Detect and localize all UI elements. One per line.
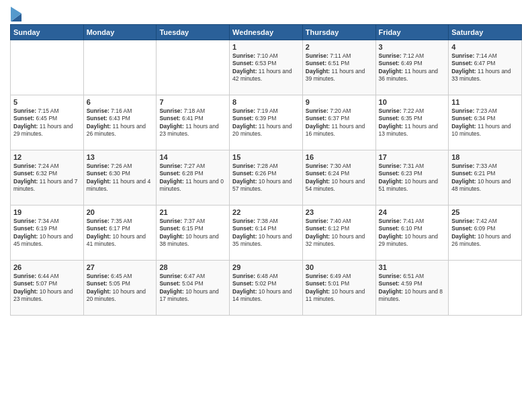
day-info: Sunrise: 7:31 AM bbox=[379, 163, 446, 170]
day-info: Daylight: 10 hours and 26 minutes. bbox=[451, 233, 519, 248]
day-info: Daylight: 11 hours and 39 minutes. bbox=[306, 68, 373, 83]
day-number: 10 bbox=[379, 98, 446, 106]
calendar-cell: 20Sunrise: 7:35 AMSunset: 6:17 PMDayligh… bbox=[83, 205, 157, 261]
calendar-cell: 13Sunrise: 7:26 AMSunset: 6:30 PMDayligh… bbox=[83, 150, 157, 205]
logo-icon bbox=[11, 7, 21, 21]
day-info: Daylight: 10 hours and 38 minutes. bbox=[159, 233, 226, 248]
day-info: Sunrise: 7:37 AM bbox=[159, 218, 226, 225]
week-row-2: 12Sunrise: 7:24 AMSunset: 6:32 PMDayligh… bbox=[11, 150, 522, 205]
calendar-cell: 22Sunrise: 7:38 AMSunset: 6:14 PMDayligh… bbox=[230, 205, 303, 261]
calendar-cell: 11Sunrise: 7:23 AMSunset: 6:34 PMDayligh… bbox=[449, 95, 522, 150]
day-info: Sunrise: 7:41 AM bbox=[379, 218, 446, 225]
day-info: Daylight: 11 hours and 26 minutes. bbox=[87, 123, 154, 138]
day-info: Sunset: 6:49 PM bbox=[379, 60, 446, 67]
day-number: 29 bbox=[232, 263, 300, 271]
day-info: Sunset: 6:09 PM bbox=[451, 225, 519, 232]
day-info: Daylight: 10 hours and 17 minutes. bbox=[159, 288, 226, 304]
day-info: Sunrise: 7:38 AM bbox=[232, 218, 300, 225]
header bbox=[10, 7, 522, 19]
calendar-cell: 8Sunrise: 7:19 AMSunset: 6:39 PMDaylight… bbox=[230, 95, 303, 150]
day-info: Sunset: 6:30 PM bbox=[87, 170, 154, 177]
day-number: 17 bbox=[379, 153, 446, 161]
day-info: Daylight: 10 hours and 57 minutes. bbox=[232, 178, 300, 193]
day-info: Daylight: 10 hours and 41 minutes. bbox=[87, 233, 154, 248]
day-number: 18 bbox=[451, 153, 519, 161]
logo bbox=[10, 7, 21, 19]
day-info: Sunrise: 7:15 AM bbox=[13, 107, 81, 115]
day-number: 2 bbox=[306, 43, 373, 51]
day-info: Daylight: 10 hours and 8 minutes. bbox=[379, 288, 446, 304]
day-info: Sunset: 6:12 PM bbox=[306, 225, 373, 232]
col-header-sunday: Sunday bbox=[11, 25, 84, 40]
day-info: Daylight: 10 hours and 35 minutes. bbox=[232, 233, 300, 248]
day-info: Sunset: 5:04 PM bbox=[159, 280, 226, 287]
calendar-cell: 16Sunrise: 7:30 AMSunset: 6:24 PMDayligh… bbox=[302, 150, 375, 205]
day-info: Daylight: 10 hours and 32 minutes. bbox=[306, 233, 373, 248]
day-info: Sunrise: 6:48 AM bbox=[232, 273, 300, 280]
day-info: Daylight: 11 hours and 29 minutes. bbox=[13, 123, 81, 138]
day-info: Sunrise: 7:30 AM bbox=[306, 163, 373, 170]
calendar-cell: 1Sunrise: 7:10 AMSunset: 6:53 PMDaylight… bbox=[230, 40, 303, 95]
day-info: Sunset: 6:21 PM bbox=[451, 170, 519, 177]
day-number: 26 bbox=[13, 263, 81, 271]
day-info: Daylight: 11 hours and 16 minutes. bbox=[306, 123, 373, 138]
day-number: 28 bbox=[159, 263, 226, 271]
day-info: Daylight: 10 hours and 11 minutes. bbox=[306, 288, 373, 304]
calendar-cell bbox=[157, 40, 230, 95]
calendar-cell: 25Sunrise: 7:42 AMSunset: 6:09 PMDayligh… bbox=[449, 205, 522, 261]
day-number: 14 bbox=[159, 153, 226, 161]
week-row-0: 1Sunrise: 7:10 AMSunset: 6:53 PMDaylight… bbox=[11, 40, 522, 95]
calendar-cell: 29Sunrise: 6:48 AMSunset: 5:02 PMDayligh… bbox=[230, 261, 303, 316]
day-info: Sunrise: 6:47 AM bbox=[159, 273, 226, 280]
day-number: 9 bbox=[306, 98, 373, 106]
day-info: Sunrise: 7:35 AM bbox=[87, 218, 154, 225]
calendar-cell: 10Sunrise: 7:22 AMSunset: 6:35 PMDayligh… bbox=[375, 95, 449, 150]
day-info: Daylight: 10 hours and 51 minutes. bbox=[379, 178, 446, 193]
day-info: Sunset: 6:10 PM bbox=[379, 225, 446, 232]
calendar-cell: 28Sunrise: 6:47 AMSunset: 5:04 PMDayligh… bbox=[157, 261, 230, 316]
day-info: Daylight: 11 hours and 23 minutes. bbox=[159, 123, 226, 138]
calendar-cell bbox=[449, 261, 522, 316]
day-info: Sunrise: 7:23 AM bbox=[451, 107, 519, 115]
day-info: Sunset: 6:37 PM bbox=[306, 115, 373, 122]
day-number: 24 bbox=[379, 208, 446, 216]
day-info: Daylight: 11 hours and 7 minutes. bbox=[13, 178, 81, 193]
day-info: Sunrise: 6:44 AM bbox=[13, 273, 81, 280]
col-header-wednesday: Wednesday bbox=[230, 25, 303, 40]
day-number: 16 bbox=[306, 153, 373, 161]
col-header-thursday: Thursday bbox=[302, 25, 375, 40]
day-info: Sunset: 6:23 PM bbox=[379, 170, 446, 177]
day-info: Daylight: 10 hours and 29 minutes. bbox=[379, 233, 446, 248]
col-header-tuesday: Tuesday bbox=[157, 25, 230, 40]
calendar-cell: 27Sunrise: 6:45 AMSunset: 5:05 PMDayligh… bbox=[83, 261, 157, 316]
calendar-cell: 31Sunrise: 6:51 AMSunset: 4:59 PMDayligh… bbox=[375, 261, 449, 316]
day-number: 20 bbox=[87, 208, 154, 216]
day-info: Sunrise: 7:19 AM bbox=[232, 107, 300, 115]
day-info: Daylight: 10 hours and 54 minutes. bbox=[306, 178, 373, 193]
day-info: Sunset: 5:05 PM bbox=[87, 280, 154, 287]
day-info: Daylight: 10 hours and 20 minutes. bbox=[87, 288, 154, 304]
day-number: 25 bbox=[451, 208, 519, 216]
day-info: Daylight: 11 hours and 33 minutes. bbox=[451, 68, 519, 83]
calendar-cell: 30Sunrise: 6:49 AMSunset: 5:01 PMDayligh… bbox=[302, 261, 375, 316]
day-info: Sunrise: 7:33 AM bbox=[451, 163, 519, 170]
day-info: Sunrise: 7:24 AM bbox=[13, 163, 81, 170]
day-info: Sunrise: 7:14 AM bbox=[451, 52, 519, 60]
day-info: Daylight: 11 hours and 4 minutes. bbox=[87, 178, 154, 193]
day-info: Sunrise: 7:34 AM bbox=[13, 218, 81, 225]
calendar-cell: 18Sunrise: 7:33 AMSunset: 6:21 PMDayligh… bbox=[449, 150, 522, 205]
calendar-cell: 21Sunrise: 7:37 AMSunset: 6:15 PMDayligh… bbox=[157, 205, 230, 261]
calendar-cell: 15Sunrise: 7:28 AMSunset: 6:26 PMDayligh… bbox=[230, 150, 303, 205]
day-number: 7 bbox=[159, 98, 226, 106]
day-info: Sunrise: 6:49 AM bbox=[306, 273, 373, 280]
week-row-3: 19Sunrise: 7:34 AMSunset: 6:19 PMDayligh… bbox=[11, 205, 522, 261]
day-info: Sunrise: 7:22 AM bbox=[379, 107, 446, 115]
calendar-cell: 14Sunrise: 7:27 AMSunset: 6:28 PMDayligh… bbox=[157, 150, 230, 205]
day-number: 3 bbox=[379, 43, 446, 51]
day-info: Sunset: 6:51 PM bbox=[306, 60, 373, 67]
day-number: 22 bbox=[232, 208, 300, 216]
day-info: Sunrise: 7:12 AM bbox=[379, 52, 446, 60]
week-row-4: 26Sunrise: 6:44 AMSunset: 5:07 PMDayligh… bbox=[11, 261, 522, 316]
day-info: Sunset: 6:24 PM bbox=[306, 170, 373, 177]
day-number: 30 bbox=[306, 263, 373, 271]
